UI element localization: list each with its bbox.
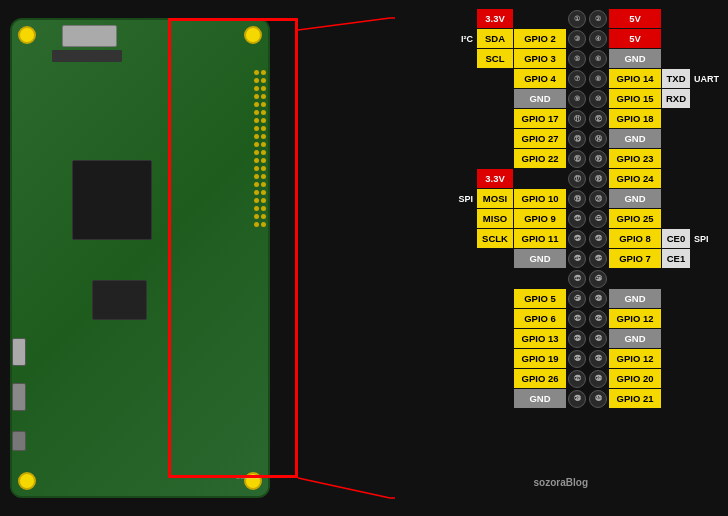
left-bus-label: I²C	[455, 29, 476, 48]
left-bus-label	[455, 349, 476, 368]
right-bus-label	[691, 289, 722, 308]
right-bus-label	[691, 329, 722, 348]
gpio-row: GPIO 26 ㊲ ㊳ GPIO 20	[455, 369, 722, 388]
gpio-row: 3.3V ⑰ ⑱ GPIO 24	[455, 169, 722, 188]
gpio-cell: GPIO 27	[514, 129, 566, 148]
right-bus-label	[691, 169, 722, 188]
pin-number: ㊴	[567, 389, 587, 408]
right-bus-label	[691, 109, 722, 128]
pin-number: ㊳	[588, 369, 608, 388]
pin-number: ㊱	[588, 349, 608, 368]
gpio-row: GPIO 4 ⑦ ⑧ GPIO 14TXDUART	[455, 69, 722, 88]
svg-line-1	[298, 478, 390, 498]
main-container: for(let i=0;i<20;i++) document.write('<d…	[0, 0, 728, 516]
gpio-cell: CE0	[662, 229, 690, 248]
gpio-cell: GND	[609, 49, 661, 68]
gpio-cell: GPIO 5	[514, 289, 566, 308]
pin-number: ⑫	[588, 109, 608, 128]
left-bus-label	[455, 69, 476, 88]
gpio-cell: SCL	[477, 49, 513, 68]
pin-number: ⑮	[567, 149, 587, 168]
gpio-row: GPIO 5 ㉙ ㉚ GND	[455, 289, 722, 308]
pin-number: ㉔	[588, 229, 608, 248]
gpio-row: ㉗ ㉘	[455, 269, 722, 288]
pin-number: ㉛	[567, 309, 587, 328]
left-bus-label	[455, 9, 476, 28]
svg-line-0	[298, 18, 390, 30]
gpio-cell: TXD	[662, 69, 690, 88]
right-bus-label: SPI	[691, 229, 722, 248]
right-bus-label	[691, 309, 722, 328]
pin-number: ⑦	[567, 69, 587, 88]
mount-hole-bl	[18, 472, 36, 490]
gpio-cell: GPIO 12	[609, 349, 661, 368]
gpio-cell: GND	[609, 329, 661, 348]
gpio-cell: GND	[609, 189, 661, 208]
pin-number: ㉒	[588, 209, 608, 228]
right-bus-label: UART	[691, 69, 722, 88]
gpio-table: 3.3V ① ② 5VI²CSDAGPIO 2 ③ ④ 5VSCLGPIO 3 …	[454, 8, 723, 409]
right-bus-label	[691, 9, 722, 28]
sd-card	[62, 25, 117, 47]
pin-number: ③	[567, 29, 587, 48]
pin-number: ㉓	[567, 229, 587, 248]
gpio-row: GPIO 19 ㉟ ㊱ GPIO 12	[455, 349, 722, 368]
pin-number: ⑧	[588, 69, 608, 88]
pin-number: ①	[567, 9, 587, 28]
pin-number: ㉕	[567, 249, 587, 268]
hdmi-port	[12, 338, 26, 366]
left-bus-label	[455, 329, 476, 348]
pin-number: ㉜	[588, 309, 608, 328]
gpio-cell: GPIO 23	[609, 149, 661, 168]
gpio-cell: GPIO 6	[514, 309, 566, 328]
gpio-cell: GPIO 17	[514, 109, 566, 128]
gpio-row: I²CSDAGPIO 2 ③ ④ 5V	[455, 29, 722, 48]
right-bus-label	[691, 89, 722, 108]
gpio-row: SCLGPIO 3 ⑤ ⑥ GND	[455, 49, 722, 68]
gpio-cell: GPIO 8	[609, 229, 661, 248]
right-bus-label	[691, 29, 722, 48]
gpio-row: GND ㊴ ㊵ GPIO 21	[455, 389, 722, 408]
gpio-cell: GPIO 20	[609, 369, 661, 388]
pin-number: ⑲	[567, 189, 587, 208]
ram-chip	[92, 280, 147, 320]
pin-number: ⑨	[567, 89, 587, 108]
pin-number: ㉙	[567, 289, 587, 308]
mount-hole-tr	[244, 26, 262, 44]
watermark-text: sozoraBlog	[534, 477, 588, 488]
right-bus-label	[691, 369, 722, 388]
gpio-row: GPIO 22 ⑮ ⑯ GPIO 23	[455, 149, 722, 168]
gpio-cell: GPIO 26	[514, 369, 566, 388]
gpio-cell: GND	[609, 289, 661, 308]
board-watermark: sozora	[236, 472, 260, 481]
pin-number: ⑩	[588, 89, 608, 108]
gpio-row: GPIO 13 ㉝ ㉞ GND	[455, 329, 722, 348]
gpio-cell: GPIO 7	[609, 249, 661, 268]
right-bus-label	[691, 149, 722, 168]
right-bus-label	[691, 249, 722, 268]
soc-chip	[72, 160, 152, 240]
gpio-diagram: 3.3V ① ② 5VI²CSDAGPIO 2 ③ ④ 5VSCLGPIO 3 …	[454, 8, 723, 409]
left-bus-label	[455, 369, 476, 388]
pin-number: ⑭	[588, 129, 608, 148]
gpio-cell	[514, 169, 566, 188]
gpio-cell: GPIO 2	[514, 29, 566, 48]
left-bus-label	[455, 89, 476, 108]
pin-number: ㉑	[567, 209, 587, 228]
pin-number: ⑪	[567, 109, 587, 128]
left-bus-label	[455, 309, 476, 328]
right-bus-label	[691, 349, 722, 368]
gpio-cell: GPIO 9	[514, 209, 566, 228]
gpio-cell: GND	[609, 129, 661, 148]
left-bus-label	[455, 389, 476, 408]
gpio-cell: GPIO 12	[609, 309, 661, 328]
left-bus-label	[455, 269, 476, 288]
gpio-cell: GPIO 10	[514, 189, 566, 208]
gpio-header: for(let i=0;i<20;i++) document.write('<d…	[254, 70, 266, 227]
pin-number: ⑬	[567, 129, 587, 148]
gpio-cell: SDA	[477, 29, 513, 48]
gpio-cell: GND	[514, 389, 566, 408]
gpio-cell	[514, 9, 566, 28]
gpio-cell: 3.3V	[477, 9, 513, 28]
left-bus-label	[455, 109, 476, 128]
